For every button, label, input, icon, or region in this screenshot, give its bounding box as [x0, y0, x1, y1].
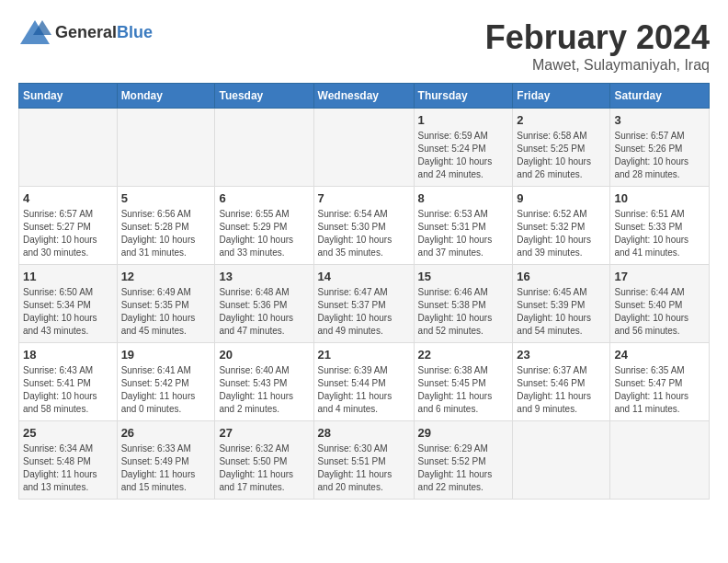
day-info: Sunrise: 6:50 AMSunset: 5:34 PMDaylight:… [23, 286, 113, 338]
day-info: Sunrise: 6:47 AMSunset: 5:37 PMDaylight:… [318, 286, 410, 338]
header: GeneralBlue February 2024 Mawet, Sulayma… [18, 18, 710, 74]
day-number: 15 [418, 270, 509, 283]
table-row [117, 109, 215, 187]
day-info: Sunrise: 6:40 AMSunset: 5:43 PMDaylight:… [219, 364, 309, 416]
day-number: 29 [418, 426, 509, 440]
day-info: Sunrise: 6:37 AMSunset: 5:46 PMDaylight:… [517, 364, 606, 416]
table-row [513, 421, 610, 500]
table-row: 14 Sunrise: 6:47 AMSunset: 5:37 PMDaylig… [313, 265, 414, 343]
table-row: 3 Sunrise: 6:57 AMSunset: 5:26 PMDayligh… [610, 109, 710, 187]
table-row: 2 Sunrise: 6:58 AMSunset: 5:25 PMDayligh… [513, 109, 610, 187]
table-row [313, 109, 414, 187]
day-info: Sunrise: 6:54 AMSunset: 5:30 PMDaylight:… [318, 208, 410, 259]
day-number: 10 [614, 191, 705, 205]
calendar-header: Sunday Monday Tuesday Wednesday Thursday… [19, 84, 710, 109]
month-title: February 2024 [485, 18, 710, 57]
logo-icon [18, 18, 51, 46]
day-info: Sunrise: 6:59 AMSunset: 5:24 PMDaylight:… [418, 130, 509, 181]
day-info: Sunrise: 6:48 AMSunset: 5:36 PMDaylight:… [219, 286, 309, 338]
day-number: 11 [23, 270, 113, 283]
day-number: 2 [517, 113, 606, 127]
table-row: 20 Sunrise: 6:40 AMSunset: 5:43 PMDaylig… [215, 343, 313, 421]
day-info: Sunrise: 6:44 AMSunset: 5:40 PMDaylight:… [614, 286, 705, 338]
table-row: 4 Sunrise: 6:57 AMSunset: 5:27 PMDayligh… [19, 187, 118, 265]
day-info: Sunrise: 6:57 AMSunset: 5:26 PMDaylight:… [614, 130, 705, 181]
table-row: 22 Sunrise: 6:38 AMSunset: 5:45 PMDaylig… [414, 343, 513, 421]
day-info: Sunrise: 6:52 AMSunset: 5:32 PMDaylight:… [517, 208, 606, 259]
day-info: Sunrise: 6:38 AMSunset: 5:45 PMDaylight:… [418, 364, 509, 416]
table-row: 29 Sunrise: 6:29 AMSunset: 5:52 PMDaylig… [414, 421, 513, 500]
table-row: 21 Sunrise: 6:39 AMSunset: 5:44 PMDaylig… [313, 343, 414, 421]
day-number: 25 [23, 426, 113, 440]
day-number: 12 [121, 270, 211, 283]
day-info: Sunrise: 6:49 AMSunset: 5:35 PMDaylight:… [121, 286, 211, 338]
day-number: 14 [318, 270, 410, 283]
header-wednesday: Wednesday [313, 84, 414, 109]
table-row: 10 Sunrise: 6:51 AMSunset: 5:33 PMDaylig… [610, 187, 710, 265]
day-number: 28 [318, 426, 410, 440]
day-number: 17 [614, 270, 705, 283]
day-info: Sunrise: 6:56 AMSunset: 5:28 PMDaylight:… [121, 208, 211, 259]
calendar-table: Sunday Monday Tuesday Wednesday Thursday… [18, 83, 710, 500]
day-info: Sunrise: 6:57 AMSunset: 5:27 PMDaylight:… [23, 208, 113, 259]
header-tuesday: Tuesday [215, 84, 313, 109]
table-row: 19 Sunrise: 6:41 AMSunset: 5:42 PMDaylig… [117, 343, 215, 421]
day-number: 6 [219, 191, 309, 205]
table-row: 27 Sunrise: 6:32 AMSunset: 5:50 PMDaylig… [215, 421, 313, 500]
table-row: 24 Sunrise: 6:35 AMSunset: 5:47 PMDaylig… [610, 343, 710, 421]
day-number: 22 [418, 348, 509, 362]
day-number: 24 [614, 348, 705, 362]
day-number: 19 [121, 348, 211, 362]
table-row [610, 421, 710, 500]
table-row: 5 Sunrise: 6:56 AMSunset: 5:28 PMDayligh… [117, 187, 215, 265]
table-row: 18 Sunrise: 6:43 AMSunset: 5:41 PMDaylig… [19, 343, 118, 421]
day-info: Sunrise: 6:29 AMSunset: 5:52 PMDaylight:… [418, 442, 509, 494]
day-info: Sunrise: 6:32 AMSunset: 5:50 PMDaylight:… [219, 442, 309, 494]
day-number: 16 [517, 270, 606, 283]
day-info: Sunrise: 6:39 AMSunset: 5:44 PMDaylight:… [318, 364, 410, 416]
day-number: 8 [418, 191, 509, 205]
day-number: 1 [418, 113, 509, 127]
table-row: 16 Sunrise: 6:45 AMSunset: 5:39 PMDaylig… [513, 265, 610, 343]
day-number: 20 [219, 348, 309, 362]
table-row: 1 Sunrise: 6:59 AMSunset: 5:24 PMDayligh… [414, 109, 513, 187]
table-row: 12 Sunrise: 6:49 AMSunset: 5:35 PMDaylig… [117, 265, 215, 343]
title-area: February 2024 Mawet, Sulaymaniyah, Iraq [485, 18, 710, 74]
table-row: 6 Sunrise: 6:55 AMSunset: 5:29 PMDayligh… [215, 187, 313, 265]
day-number: 18 [23, 348, 113, 362]
table-row: 15 Sunrise: 6:46 AMSunset: 5:38 PMDaylig… [414, 265, 513, 343]
table-row [215, 109, 313, 187]
day-number: 21 [318, 348, 410, 362]
day-info: Sunrise: 6:53 AMSunset: 5:31 PMDaylight:… [418, 208, 509, 259]
day-info: Sunrise: 6:58 AMSunset: 5:25 PMDaylight:… [517, 130, 606, 181]
table-row: 13 Sunrise: 6:48 AMSunset: 5:36 PMDaylig… [215, 265, 313, 343]
table-row: 28 Sunrise: 6:30 AMSunset: 5:51 PMDaylig… [313, 421, 414, 500]
day-number: 26 [121, 426, 211, 440]
day-number: 3 [614, 113, 705, 127]
header-friday: Friday [513, 84, 610, 109]
logo: GeneralBlue [18, 18, 153, 46]
logo-blue-text: Blue [117, 23, 153, 41]
day-number: 27 [219, 426, 309, 440]
table-row [19, 109, 118, 187]
table-row: 25 Sunrise: 6:34 AMSunset: 5:48 PMDaylig… [19, 421, 118, 500]
day-info: Sunrise: 6:51 AMSunset: 5:33 PMDaylight:… [614, 208, 705, 259]
location-title: Mawet, Sulaymaniyah, Iraq [485, 57, 710, 74]
day-number: 9 [517, 191, 606, 205]
day-number: 13 [219, 270, 309, 283]
day-info: Sunrise: 6:30 AMSunset: 5:51 PMDaylight:… [318, 442, 410, 494]
table-row: 23 Sunrise: 6:37 AMSunset: 5:46 PMDaylig… [513, 343, 610, 421]
header-saturday: Saturday [610, 84, 710, 109]
day-info: Sunrise: 6:45 AMSunset: 5:39 PMDaylight:… [517, 286, 606, 338]
day-number: 7 [318, 191, 410, 205]
day-info: Sunrise: 6:55 AMSunset: 5:29 PMDaylight:… [219, 208, 309, 259]
day-number: 4 [23, 191, 113, 205]
day-number: 23 [517, 348, 606, 362]
day-info: Sunrise: 6:35 AMSunset: 5:47 PMDaylight:… [614, 364, 705, 416]
table-row: 9 Sunrise: 6:52 AMSunset: 5:32 PMDayligh… [513, 187, 610, 265]
header-sunday: Sunday [19, 84, 118, 109]
day-number: 5 [121, 191, 211, 205]
table-row: 8 Sunrise: 6:53 AMSunset: 5:31 PMDayligh… [414, 187, 513, 265]
logo-general-text: General [55, 23, 117, 41]
day-info: Sunrise: 6:41 AMSunset: 5:42 PMDaylight:… [121, 364, 211, 416]
